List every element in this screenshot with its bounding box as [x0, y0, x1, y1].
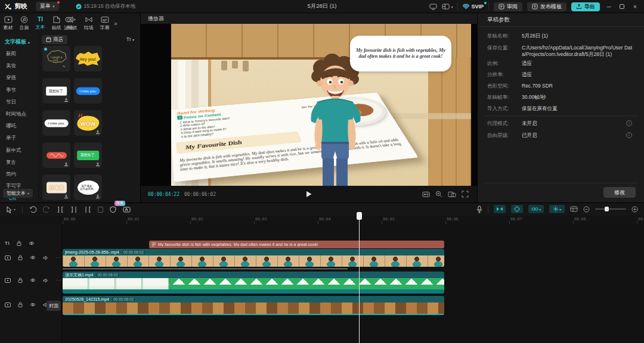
- preview-axis-toggle[interactable]: ▾: [549, 205, 565, 213]
- category-time-place[interactable]: 时间地点: [0, 108, 38, 120]
- video-preview[interactable]: Read for Writing 2 Focus on Content wer …: [141, 24, 477, 186]
- lock-icon[interactable]: [18, 255, 23, 260]
- preview-zoom-icon[interactable]: [435, 191, 442, 198]
- menu-button[interactable]: 菜单▾: [36, 2, 59, 11]
- minimize-button[interactable]: ─: [605, 4, 613, 10]
- playhead-handle[interactable]: [357, 212, 362, 220]
- playhead[interactable]: [359, 212, 360, 343]
- mask-shield-icon[interactable]: [110, 206, 116, 213]
- mute-speaker-icon[interactable]: [43, 255, 48, 260]
- tabs-overflow-button[interactable]: »: [114, 20, 117, 27]
- split-left-delete-icon[interactable]: ]|: [70, 206, 78, 213]
- lock-icon[interactable]: [17, 241, 21, 246]
- track-more-icon[interactable]: ···: [55, 277, 62, 283]
- template-card-sketch-cloud[interactable]: I caught a cold...: [42, 46, 70, 71]
- category-minimal[interactable]: 简约: [0, 169, 38, 180]
- maximize-button[interactable]: [618, 4, 626, 10]
- slider-thumb[interactable]: [605, 207, 609, 211]
- display-mode-icon[interactable]: [429, 4, 437, 10]
- tab-filters[interactable]: 滤镜: [63, 16, 75, 31]
- template-card-ellipse-bubble[interactable]: 虽不满意， 但不敢咋的。: [74, 174, 102, 200]
- delete-icon[interactable]: [98, 207, 103, 213]
- video-clip-3[interactable]: 20250528_142315.mp400:00:06:02: [63, 296, 444, 315]
- category-beauty[interactable]: 美妆: [0, 60, 38, 72]
- param-row: 保存位置:C:/Users/hz/AppData/Local/JianyingP…: [487, 45, 636, 58]
- zoom-in-icon[interactable]: [631, 206, 638, 213]
- template-card-voice-bubble[interactable]: [42, 142, 70, 168]
- category-nezha[interactable]: 哪吒: [0, 120, 38, 132]
- select-tool[interactable]: ▾: [6, 206, 16, 213]
- template-card-imessage-blue[interactable]: I miss you.: [74, 78, 102, 104]
- svip-badge[interactable]: SVIP: [463, 4, 484, 10]
- category-news[interactable]: 新闻: [0, 48, 38, 60]
- template-card-imessage-white[interactable]: I miss you.: [42, 110, 70, 136]
- publish-template-button[interactable]: 发布模板: [527, 2, 566, 11]
- lock-icon[interactable]: [18, 302, 23, 307]
- category-outfit[interactable]: 穿搭: [0, 72, 38, 84]
- divider: [488, 205, 488, 213]
- track-more-icon[interactable]: ···: [55, 255, 62, 260]
- undo-icon[interactable]: [29, 206, 36, 213]
- download-icon[interactable]: [95, 130, 100, 135]
- fullscreen-icon[interactable]: [462, 191, 469, 198]
- category-season[interactable]: 季节: [0, 85, 38, 96]
- info-icon[interactable]: i: [626, 120, 632, 126]
- tab-sticker[interactable]: 贴纸: [48, 16, 64, 31]
- close-button[interactable]: ×: [631, 4, 639, 10]
- timeline-ruler[interactable]: 00:00 00:01 00:02 00:03 00:04 00:05 00:0…: [0, 216, 644, 224]
- ratio-icon[interactable]: [448, 191, 456, 198]
- timeline-view-icon[interactable]: [570, 206, 578, 212]
- category-family[interactable]: 亲子: [0, 132, 38, 144]
- split-icon[interactable]: ][: [57, 206, 64, 213]
- info-icon[interactable]: i: [626, 132, 632, 138]
- video-clip-1[interactable]: jimeng-2025-05-28-856-.mp400:00:06:02: [63, 249, 444, 267]
- linkage-toggle[interactable]: ▾: [528, 205, 544, 213]
- chevron-up-icon: ▴: [28, 40, 30, 44]
- tab-captions[interactable]: 字幕: [97, 16, 113, 31]
- category-new-chinese[interactable]: 新中式: [0, 145, 38, 157]
- auto-snap-toggle[interactable]: [511, 205, 523, 213]
- text-clip[interactable]: My favourite dish is fish with vegetable…: [149, 241, 444, 248]
- tab-text[interactable]: TI 文本: [32, 16, 48, 30]
- eye-icon[interactable]: [30, 303, 36, 307]
- download-icon[interactable]: [95, 162, 100, 167]
- template-card-miss-you-cn[interactable]: 我想你了.: [42, 78, 70, 104]
- sort-control[interactable]: Tr▾: [126, 36, 134, 42]
- group-title-text-template[interactable]: 文字模板 ▴: [0, 33, 38, 48]
- template-card-miss-you-green[interactable]: 我想你了.: [74, 142, 102, 168]
- review-button[interactable]: 审阅: [494, 2, 522, 11]
- download-icon[interactable]: [95, 194, 100, 199]
- split-right-delete-icon[interactable]: |[: [84, 206, 91, 213]
- template-card-bubble-letters[interactable]: 好嗨哦: [42, 174, 70, 200]
- lock-icon[interactable]: [18, 277, 23, 283]
- export-button[interactable]: 导出: [571, 2, 600, 11]
- category-retro[interactable]: 复古: [0, 157, 38, 169]
- record-mic-icon[interactable]: [476, 205, 482, 213]
- template-card-wow[interactable]: WOW: [74, 110, 102, 136]
- eye-icon[interactable]: [29, 241, 35, 245]
- caption-recognize-icon[interactable]: [123, 206, 131, 213]
- layout-switch-icon[interactable]: ▾: [442, 4, 453, 10]
- category-festival[interactable]: 节日: [0, 96, 38, 108]
- tab-media[interactable]: 素材: [0, 16, 16, 31]
- template-card-hey-you[interactable]: Hey you!: [74, 46, 102, 71]
- download-icon[interactable]: [64, 162, 69, 167]
- download-icon[interactable]: [64, 194, 69, 199]
- cover-button[interactable]: 封面: [47, 301, 61, 311]
- smart-text-dropdown[interactable]: 智能文本▾: [3, 189, 33, 198]
- mute-speaker-icon[interactable]: [43, 278, 48, 283]
- timeline-zoom-slider[interactable]: [595, 208, 626, 210]
- video-clip-2[interactable]: 演示文稿1.mp400:00:06:02: [63, 272, 444, 294]
- eye-icon[interactable]: [30, 255, 36, 260]
- zoom-out-icon[interactable]: [583, 206, 590, 213]
- main-track-magnet-toggle[interactable]: [494, 205, 506, 213]
- shop-button[interactable]: 商店: [42, 35, 67, 44]
- tab-transitions[interactable]: 转场: [80, 16, 97, 31]
- eye-icon[interactable]: [30, 278, 36, 282]
- quality-icon[interactable]: [422, 191, 430, 198]
- download-icon[interactable]: [64, 98, 69, 102]
- play-button[interactable]: [306, 191, 312, 198]
- tab-audio[interactable]: 音频: [16, 16, 32, 31]
- modify-button[interactable]: 修改: [603, 187, 636, 198]
- redo-icon[interactable]: [43, 206, 50, 213]
